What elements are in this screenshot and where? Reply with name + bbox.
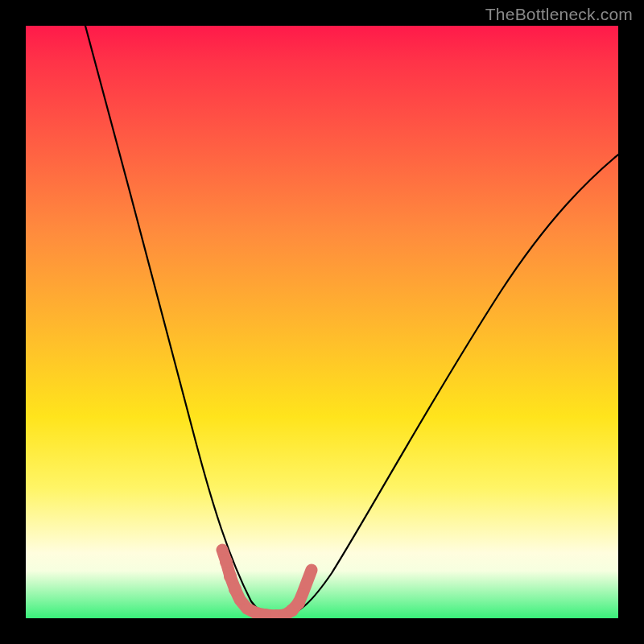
bead-point	[224, 570, 237, 583]
left-curve	[85, 26, 270, 616]
right-curve	[285, 155, 618, 616]
bead-point	[298, 588, 308, 598]
watermark-text: TheBottleneck.com	[485, 5, 633, 24]
outer-frame: TheBottleneck.com	[0, 0, 644, 644]
bead-point	[306, 564, 317, 576]
bead-point	[235, 595, 245, 605]
plot-area	[26, 26, 618, 618]
bead-point	[229, 583, 242, 596]
bead-point	[292, 597, 305, 609]
curve-svg	[26, 26, 618, 618]
bead-point	[217, 545, 227, 555]
bead-point	[220, 555, 233, 568]
